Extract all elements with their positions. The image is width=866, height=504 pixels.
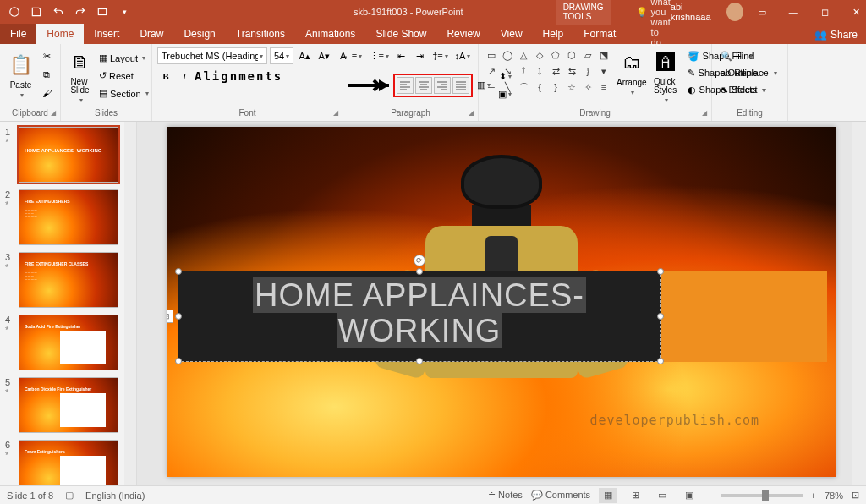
title-text-box[interactable]: ⟳ ⊟ HOME APPLAINCES- WORKING (178, 271, 661, 362)
orange-rectangle[interactable] (661, 271, 827, 362)
minimize-button[interactable]: — (781, 0, 807, 24)
cut-button[interactable]: ✂ (38, 47, 55, 64)
arrange-icon: 🗂 (618, 49, 645, 76)
zoom-slider[interactable] (721, 494, 803, 497)
layout-button[interactable]: ▦Layout▾ (96, 50, 146, 67)
thumbnails-scrollbar[interactable] (124, 122, 136, 485)
zoom-out-button[interactable]: − (707, 490, 712, 501)
user-name[interactable]: abi krishnaaa (671, 2, 721, 22)
slide-canvas[interactable]: ⟳ ⊟ HOME APPLAINCES- WORKING developerpu… (167, 127, 836, 477)
line-spacing-button[interactable]: ‡≡▾ (430, 47, 450, 64)
tab-draw[interactable]: Draw (129, 24, 173, 44)
italic-button[interactable]: I (176, 68, 193, 85)
increase-font-button[interactable]: A▴ (296, 47, 313, 64)
find-button[interactable]: 🔍Find (717, 47, 783, 64)
document-title: skb-191ft003 - PowerPoint (354, 7, 463, 17)
align-left-button[interactable] (397, 77, 414, 94)
tell-me-placeholder: Tell me what you want to do (651, 0, 671, 47)
thumbnail-slide-5[interactable]: 5*Carbon Dioxide Fire Extinguisher (0, 372, 136, 435)
thumbnail-slide-1[interactable]: 1*HOME APPLIANCES- WORKING (0, 122, 136, 184)
comments-button[interactable]: 💬 Comments (531, 490, 590, 501)
bold-button[interactable]: B (157, 68, 174, 85)
select-button[interactable]: ⬉Select▾ (717, 81, 783, 98)
title-bar: ▾ skb-191ft003 - PowerPoint DRAWING TOOL… (0, 0, 866, 24)
tab-view[interactable]: View (491, 24, 533, 44)
quick-styles-button[interactable]: 🅰 Quick Styles▾ (652, 47, 679, 104)
group-label: Drawing (484, 107, 706, 119)
layout-icon: ▦ (99, 52, 107, 63)
maximize-button[interactable]: ◻ (812, 0, 838, 24)
autosave-toggle[interactable] (5, 3, 24, 21)
thumbnail-slide-4[interactable]: 4*Soda Acid Fire Extinguisher (0, 310, 136, 372)
tab-transitions[interactable]: Transitions (226, 24, 295, 44)
tab-review[interactable]: Review (436, 24, 490, 44)
user-avatar-icon[interactable] (726, 3, 743, 21)
thumbnail-slide-3[interactable]: 3*FIRE EXTINGUISHER CLASSES— — — —— — ——… (0, 247, 136, 310)
normal-view-button[interactable]: ▦ (599, 488, 617, 503)
reset-button[interactable]: ↺Reset (96, 68, 146, 85)
tab-home[interactable]: Home (36, 24, 84, 44)
increase-indent-button[interactable]: ⇥ (411, 47, 428, 64)
replace-button[interactable]: abReplace▾ (717, 64, 783, 81)
section-button[interactable]: ▤Section▾ (96, 85, 146, 102)
copy-button[interactable]: ⧉ (38, 66, 55, 83)
redo-icon[interactable] (71, 3, 90, 21)
dialog-launcher-icon[interactable]: ◢ (331, 107, 341, 118)
tab-insert[interactable]: Insert (84, 24, 129, 44)
tab-slideshow[interactable]: Slide Show (365, 24, 436, 44)
rotate-handle-icon[interactable]: ⟳ (414, 255, 425, 266)
paste-button[interactable]: 📋 Paste▾ (5, 50, 36, 99)
thumbnail-slide-2[interactable]: 2*FIRE EXTINGUISHERS— — — —— — —— — — — (0, 184, 136, 247)
ribbon-display-options-icon[interactable]: ▭ (748, 0, 775, 24)
language-indicator[interactable]: English (India) (85, 490, 145, 501)
shapes-gallery[interactable]: ▭◯△◇⬠⬡▱⬔ ↗↘⤴⤵⇄⇆}▾ ─╲⌒{}☆✧≡ (484, 47, 611, 95)
spell-check-icon[interactable]: ▢ (65, 490, 74, 501)
slide-thumbnails-panel[interactable]: 1*HOME APPLIANCES- WORKING2*FIRE EXTINGU… (0, 122, 137, 485)
tab-format[interactable]: Format (573, 24, 626, 44)
align-center-button[interactable] (415, 77, 432, 94)
new-slide-button[interactable]: 🗎 New Slide▾ (66, 47, 94, 104)
dialog-launcher-icon[interactable]: ◢ (699, 107, 710, 118)
start-from-beginning-icon[interactable] (93, 3, 112, 21)
dialog-launcher-icon[interactable]: ◢ (48, 107, 58, 118)
tab-file[interactable]: File (0, 24, 36, 44)
clipboard-icon: 📋 (8, 52, 35, 79)
tell-me-search[interactable]: 💡 Tell me what you want to do (636, 0, 671, 47)
replace-icon: ab (721, 68, 731, 78)
notes-button[interactable]: ≐ Notes (488, 490, 523, 501)
tab-design[interactable]: Design (173, 24, 225, 44)
slide-sorter-button[interactable]: ⊞ (626, 488, 644, 503)
save-icon[interactable] (27, 3, 46, 21)
reading-view-button[interactable]: ▭ (653, 488, 671, 503)
share-button[interactable]: 👥Share (806, 25, 866, 44)
dialog-launcher-icon[interactable]: ◢ (466, 107, 476, 118)
font-size-combo[interactable]: 54▾ (270, 47, 293, 64)
ruler-tab-icon[interactable]: ⊟ (167, 310, 173, 323)
decrease-font-button[interactable]: A▾ (315, 47, 332, 64)
text-direction-button[interactable]: ↕A▾ (452, 47, 473, 64)
align-right-button[interactable] (434, 77, 451, 94)
zoom-in-button[interactable]: + (811, 490, 816, 501)
thumbnail-slide-6[interactable]: 6*Foam Extinguishers (0, 435, 136, 485)
close-button[interactable]: ✕ (843, 0, 866, 24)
arrange-button[interactable]: 🗂 Arrange▾ (617, 47, 647, 96)
qat-customize-icon[interactable]: ▾ (115, 3, 134, 21)
group-clipboard: 📋 Paste▾ ✂ ⧉ 🖌 Clipboard ◢ (0, 44, 61, 121)
title-text[interactable]: HOME APPLAINCES- WORKING (178, 271, 660, 356)
zoom-level[interactable]: 78% (825, 490, 843, 501)
slideshow-view-button[interactable]: ▣ (680, 488, 699, 503)
canvas-scrollbar[interactable] (852, 122, 866, 485)
tab-animations[interactable]: Animations (295, 24, 365, 44)
numbering-button[interactable]: ⋮≡▾ (367, 47, 391, 64)
bullets-button[interactable]: ≡▾ (348, 47, 365, 64)
copy-icon: ⧉ (43, 69, 50, 80)
fit-to-window-button[interactable]: ⊡ (852, 490, 859, 501)
align-justify-button[interactable] (452, 77, 469, 94)
undo-icon[interactable] (49, 3, 68, 21)
font-name-combo[interactable]: Trebuchet MS (Headings)▾ (157, 47, 267, 64)
slide-counter[interactable]: Slide 1 of 8 (7, 490, 53, 501)
tab-help[interactable]: Help (533, 24, 574, 44)
decrease-indent-button[interactable]: ⇤ (392, 47, 409, 64)
workspace: 1*HOME APPLIANCES- WORKING2*FIRE EXTINGU… (0, 122, 866, 485)
format-painter-button[interactable]: 🖌 (38, 85, 55, 101)
